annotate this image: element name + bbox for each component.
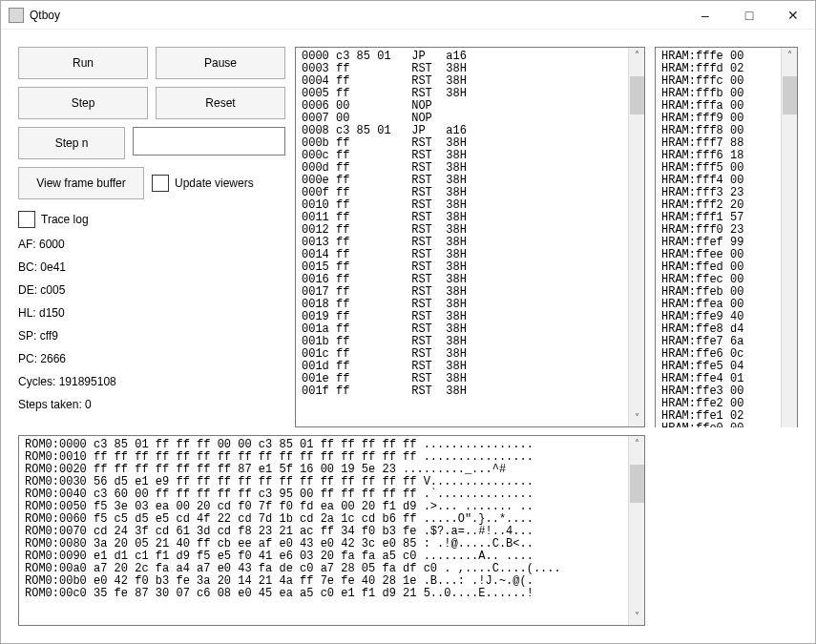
update-viewers-row[interactable]: Update viewers <box>152 175 254 192</box>
rom-scrollbar[interactable]: ˄ ˅ <box>628 436 644 625</box>
trace-log-label: Trace log <box>41 213 89 226</box>
window-title: Qtboy <box>30 9 683 22</box>
app-icon <box>9 8 24 23</box>
scroll-thumb[interactable] <box>630 76 644 114</box>
reg-af: AF: 6000 <box>18 238 285 251</box>
reset-button[interactable]: Reset <box>156 87 285 119</box>
rom-dump-content: ROM0:0000 c3 85 01 ff ff ff 00 00 c3 85 … <box>19 436 628 625</box>
hram-scrollbar[interactable]: ˄ ˅ <box>781 48 797 427</box>
hram-view[interactable]: HRAM:fffe 00HRAM:fffd 02HRAM:fffc 00HRAM… <box>655 47 798 427</box>
trace-log-row[interactable]: Trace log <box>18 211 285 228</box>
update-viewers-label: Update viewers <box>175 177 254 190</box>
scroll-up-icon[interactable]: ˄ <box>629 436 645 452</box>
scroll-thumb[interactable] <box>630 465 644 503</box>
disassembly-content: 0000 c3 85 01 JP a160003 ff RST 38H0004 … <box>296 48 628 426</box>
scroll-down-icon[interactable]: ˅ <box>629 609 645 625</box>
reg-sp: SP: cff9 <box>18 329 285 343</box>
reg-hl: HL: d150 <box>18 306 285 320</box>
view-frame-buffer-button[interactable]: View frame buffer <box>18 167 144 199</box>
hram-content: HRAM:fffe 00HRAM:fffd 02HRAM:fffc 00HRAM… <box>656 48 781 427</box>
step-button[interactable]: Step <box>18 87 148 119</box>
disassembly-view[interactable]: 0000 c3 85 01 JP a160003 ff RST 38H0004 … <box>295 47 645 427</box>
scroll-thumb[interactable] <box>783 76 797 114</box>
update-viewers-checkbox[interactable] <box>152 175 169 192</box>
reg-cycles: Cycles: 191895108 <box>18 375 285 388</box>
reg-steps: Steps taken: 0 <box>18 398 285 411</box>
scroll-up-icon[interactable]: ˄ <box>629 48 645 64</box>
window-buttons: – □ ✕ <box>683 1 815 29</box>
minimize-button[interactable]: – <box>683 1 727 29</box>
client-area: Run Pause Step Reset Step n View frame b… <box>1 30 815 643</box>
rom-dump-view[interactable]: ROM0:0000 c3 85 01 ff ff ff 00 00 c3 85 … <box>18 435 645 626</box>
reg-de: DE: c005 <box>18 283 285 297</box>
maximize-button[interactable]: □ <box>727 1 771 29</box>
disasm-line[interactable]: 001f ff RST 38H <box>302 385 622 398</box>
titlebar[interactable]: Qtboy – □ ✕ <box>1 1 815 30</box>
controls-panel: Run Pause Step Reset Step n View frame b… <box>18 47 285 427</box>
reg-bc: BC: 0e41 <box>18 260 285 274</box>
step-n-button[interactable]: Step n <box>18 127 125 159</box>
run-button[interactable]: Run <box>18 47 148 79</box>
hram-line[interactable]: HRAM:ffe0 00 <box>661 423 775 427</box>
rom-line[interactable]: ROM0:00c0 35 fe 87 30 07 c6 08 e0 45 ea … <box>25 588 622 600</box>
trace-log-checkbox[interactable] <box>18 211 35 228</box>
bottom-row: ROM0:0000 c3 85 01 ff ff ff 00 00 c3 85 … <box>18 435 798 626</box>
reg-pc: PC: 2666 <box>18 352 285 365</box>
app-window: Qtboy – □ ✕ Run Pause Step Reset Step n <box>0 0 816 644</box>
scroll-down-icon[interactable]: ˅ <box>629 410 645 426</box>
disassembly-scrollbar[interactable]: ˄ ˅ <box>628 48 644 426</box>
pause-button[interactable]: Pause <box>156 47 285 79</box>
top-row: Run Pause Step Reset Step n View frame b… <box>18 47 798 427</box>
scroll-up-icon[interactable]: ˄ <box>782 48 798 64</box>
close-button[interactable]: ✕ <box>771 1 815 29</box>
step-n-input[interactable] <box>133 127 285 156</box>
